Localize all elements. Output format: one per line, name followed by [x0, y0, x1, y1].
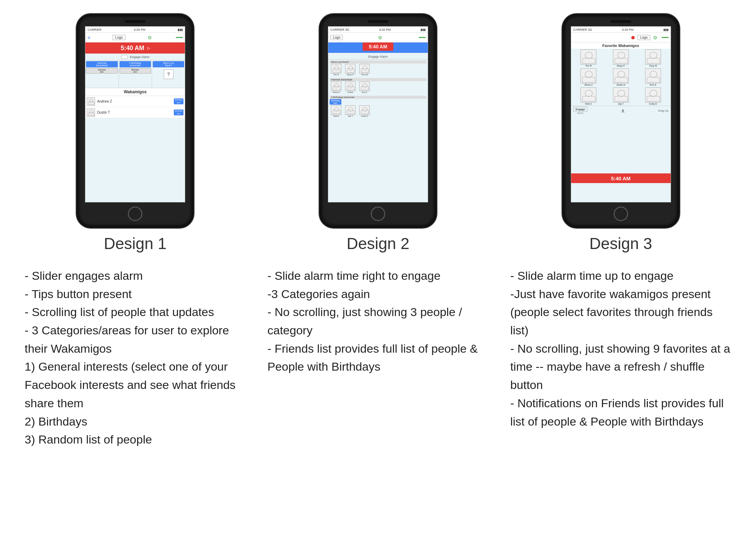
avatar-alexa-d2 [331, 82, 341, 91]
person-tony-d3: Tony M [637, 49, 668, 67]
status-bar-d2: CARRIER 3G 4:20 PM ▮▮▮ [328, 27, 428, 33]
grid-row-whos-d2: Tim R Stacy P Tony M [330, 64, 426, 76]
alarm-label-d3: Alarm [573, 112, 588, 114]
bday-btn-dustin[interactable]: BirthdayJoin. [174, 109, 183, 115]
descriptions-row: - Slider engages alarm - Tips button pre… [14, 267, 742, 449]
design1-section: CARRIER 4:20 PM ▮▮▮ ≡ Logo ⚙ 5:40 AM [18, 14, 253, 253]
carrier-d1: CARRIER [87, 28, 102, 31]
avatar-eric-d3 [645, 68, 661, 84]
person-jay-d2: Jay T [344, 105, 357, 117]
arrow-d1: ▷ [147, 46, 150, 50]
person-row-andrew: Andrew Z BirthdayJoin. [85, 96, 185, 107]
cat-interests-d1: InterestsBasketball InterestsJoin. [85, 60, 119, 88]
gear-icon-d2[interactable]: ⚙ [378, 35, 382, 40]
birthdays-btn-d1[interactable]: 3 Birthdaystomorrow! [120, 61, 151, 67]
desc3-line1: - Slide alarm time up to engage [510, 267, 731, 285]
alarm-time-d3: 5:40 AM [611, 175, 631, 181]
desc3-line3: - No scrolling, just showing 9 favorites… [510, 340, 731, 394]
grid-row-interests-d2: Alexa Z Andre Eric A [330, 82, 426, 93]
desc2-line1: - Slide alarm time right to engage [267, 267, 489, 285]
gear-icon-d3[interactable]: ⚙ [653, 35, 658, 40]
desc1-line1: - Slider engages alarm [25, 267, 246, 285]
name-jay-d3: Jay T [618, 103, 624, 105]
person-ned-d3: Ned Z [573, 87, 604, 105]
name-ned-d3: Ned Z [585, 103, 592, 105]
logo-d1: Logo [113, 35, 125, 40]
person-cody-d2: Cody D [358, 105, 371, 117]
name-tony-d2: Tony M [361, 74, 368, 76]
alarm-bar-d1: 5:40 AM ▷ [85, 42, 185, 54]
person-andre-d3: Andre A [605, 68, 636, 86]
bottom-bar-d3: Engage Alarm ∧ Drag Up [571, 106, 671, 115]
avatar-eric-d2 [359, 82, 370, 91]
avatar-tony-d2 [359, 64, 370, 74]
top-nav-d2: Logo ⚙ [328, 33, 428, 42]
desc2-line2: -3 Categories again [267, 285, 489, 303]
person-jay-d3: Jay T [605, 87, 636, 105]
gear-icon-d1[interactable]: ⚙ [148, 35, 152, 40]
alarm-time-d1: 5:40 AM [121, 45, 144, 52]
phone-design1: CARRIER 4:20 PM ▮▮▮ ≡ Logo ⚙ 5:40 AM [76, 14, 194, 228]
desc1-line3: - Scrolling list of people that updates [25, 303, 246, 321]
avatar-alexa-d3 [580, 68, 596, 84]
phones-row: CARRIER 4:20 PM ▮▮▮ ≡ Logo ⚙ 5:40 AM [14, 14, 742, 253]
wakamigos-title-d1: Wakamigos [85, 88, 185, 96]
categories-d1: InterestsBasketball InterestsJoin. 3 Bir… [85, 60, 185, 88]
avatar-ned-d2 [331, 105, 341, 115]
avatar-ned-d3 [580, 87, 596, 103]
alarm-bar-d3: 5:40 AM [571, 173, 671, 183]
logo-d3: Logo [637, 35, 650, 40]
desc-text-2: - Slide alarm time right to engage -3 Ca… [267, 267, 489, 376]
battery-d2: ▮▮▮ [420, 28, 426, 31]
cat-birthdays-d1: 3 Birthdaystomorrow! BirthdayJoin. [119, 60, 152, 88]
interests-item-d1[interactable]: InterestsJoin. [86, 68, 117, 74]
cat-whos-d2: Who's out there? Tim R Stacy P [328, 59, 428, 77]
bday-btn-andrew[interactable]: BirthdayJoin. [174, 98, 183, 104]
whos-out-btn-d1[interactable]: Who's outthere? [153, 61, 184, 67]
avatar-tim-d2 [331, 64, 341, 74]
avatar-jay-d3 [613, 87, 629, 103]
name-alexa-d2: Alexa Z [333, 91, 340, 93]
desc2-line3: - No scrolling, just showing 3 people / … [267, 303, 489, 339]
avatar-andre-d2 [345, 82, 356, 91]
desc3-line2: -Just have favorite wakamigos present (p… [510, 285, 731, 340]
top-nav-d3: Logo ⚙ [571, 33, 671, 42]
person-stacy-d2: Stacy P [344, 64, 357, 76]
cat-bdays-d2: 3 Birthdays tomorrow! BirthdayJoin. Ned … [328, 95, 428, 118]
question-mark-d1[interactable]: ? [164, 69, 173, 79]
birthday-item-d1[interactable]: BirthdayJoin. [120, 68, 151, 74]
desc2-line4: - Friends list provides full list of peo… [267, 340, 489, 358]
menu-icon-d1[interactable]: ≡ [87, 35, 90, 40]
interests-btn-d1[interactable]: InterestsBasketball [86, 61, 117, 67]
time-d1: 4:20 PM [134, 28, 145, 31]
people-list-d1: Andrew Z BirthdayJoin. Dustin T Birthday… [85, 96, 185, 118]
person-alexa-d3: Alexa Z [573, 68, 604, 86]
person-row-dustin: Dustin T BirthdayJoin. [85, 107, 185, 118]
name-andrew: Andrew Z [97, 99, 174, 103]
bday-join-d2[interactable]: BirthdayJoin. [330, 99, 341, 105]
desc1-line4: - 3 Categories/areas for user to explore… [25, 321, 246, 358]
person-tim-d3: Tim R [573, 49, 604, 67]
desc-text-1: - Slider engages alarm - Tips button pre… [25, 267, 246, 449]
design3-label: Design 3 [589, 234, 652, 253]
name-andre-d3: Andre A [616, 84, 625, 86]
chevron-up-d3[interactable]: ∧ [621, 107, 625, 114]
desc-col-1: - Slider engages alarm - Tips button pre… [18, 267, 253, 449]
desc-text-3: - Slide alarm time up to engage -Just ha… [510, 267, 731, 430]
person-alexa-d2: Alexa Z [330, 82, 343, 93]
name-stacy-d2: Stacy P [347, 74, 354, 76]
engage-bar-d1[interactable]: Engage Alarm [85, 54, 185, 60]
alarm-time-d2: 5:40 AM [369, 44, 387, 49]
cat-interests-d2: Interests Basketball Alexa Z Andre [328, 77, 428, 95]
engage-btn-d3[interactable]: Engage [573, 107, 588, 112]
fav-title-d3: Favorite Wakamigos [571, 42, 671, 49]
screen-design1: CARRIER 4:20 PM ▮▮▮ ≡ Logo ⚙ 5:40 AM [85, 26, 185, 202]
top-nav-d1: ≡ Logo ⚙ [85, 33, 185, 42]
cat-label-bdays-d2: 3 Birthdays tomorrow! [330, 96, 426, 99]
person-andre-d2: Andre [344, 82, 357, 93]
design2-label: Design 2 [347, 234, 409, 253]
name-tim-d3: Tim R [585, 65, 592, 67]
avatar-jay-d2 [345, 105, 356, 115]
name-alexa-d3: Alexa Z [584, 84, 593, 86]
avatar-stacy-d3 [613, 49, 629, 65]
